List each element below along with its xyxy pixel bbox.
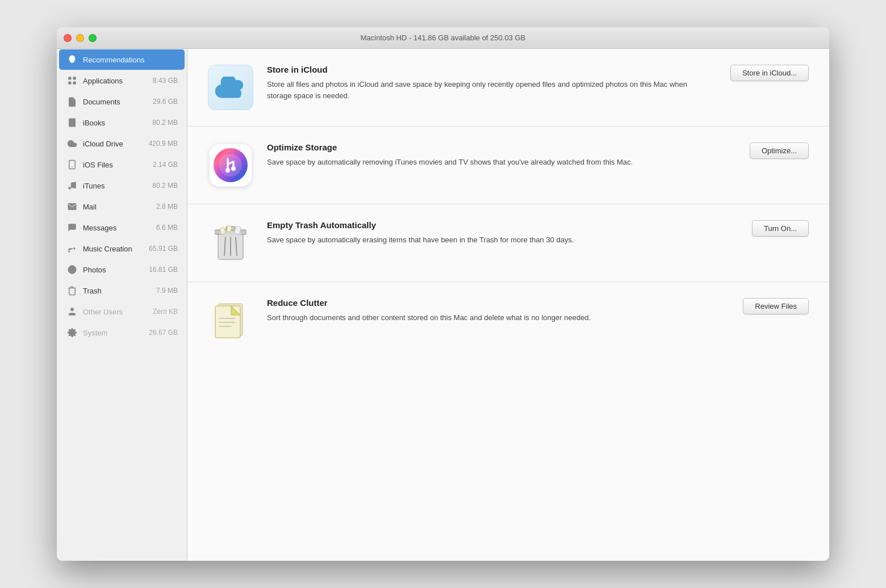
rec-title: Empty Trash Automatically xyxy=(267,220,704,230)
sidebar-item-size: 2.8 MB xyxy=(156,203,178,211)
svg-rect-25 xyxy=(235,226,241,234)
svg-rect-2 xyxy=(73,77,76,79)
book-icon xyxy=(66,116,78,129)
svg-point-9 xyxy=(68,251,70,253)
sidebar-item-size: 26.67 GB xyxy=(149,329,178,337)
sidebar: RecommendationsApplications8.43 GBDocume… xyxy=(57,49,187,561)
maximize-button[interactable] xyxy=(89,34,97,42)
rec-content: Reduce ClutterSort through documents and… xyxy=(267,298,718,324)
phone-icon xyxy=(66,158,78,171)
rec-title: Store in iCloud xyxy=(267,65,704,74)
user-icon xyxy=(66,305,78,318)
sidebar-item-label: iCloud Drive xyxy=(83,140,149,148)
rec-description: Store all files and photos in iCloud and… xyxy=(267,79,704,101)
svg-point-15 xyxy=(225,168,230,173)
sidebar-item-label: iBooks xyxy=(83,119,152,127)
sidebar-item-label: iTunes xyxy=(83,182,152,190)
sidebar-item-size: 80.2 MB xyxy=(152,119,178,127)
mail-icon xyxy=(66,200,78,213)
itunes-icon xyxy=(208,142,253,188)
sidebar-item-size: 8.43 GB xyxy=(153,77,178,85)
rec-description: Save space by automatically erasing item… xyxy=(267,234,704,246)
sidebar-item-size: 7.9 MB xyxy=(156,287,178,295)
sidebar-item-size: 6.6 MB xyxy=(156,224,178,232)
cloud-icon xyxy=(66,137,78,150)
app-window: Macintosh HD - 141.86 GB available of 25… xyxy=(57,27,829,561)
window-controls xyxy=(64,34,97,42)
sidebar-item-label: Music Creation xyxy=(83,245,149,253)
rec-action: Turn On... xyxy=(718,220,809,237)
lightbulb-icon xyxy=(66,53,78,66)
music-icon xyxy=(66,179,78,192)
rec-action: Store in iCloud... xyxy=(718,65,809,81)
trash-icon xyxy=(66,284,78,297)
rec-title: Optimize Storage xyxy=(267,142,704,152)
messages-icon xyxy=(66,221,78,234)
svg-rect-28 xyxy=(215,306,240,338)
icloud-button[interactable]: Store in iCloud... xyxy=(730,65,809,81)
doc-icon xyxy=(66,95,78,108)
document-icon xyxy=(208,298,253,343)
svg-point-11 xyxy=(70,308,74,311)
sidebar-item-icloud-drive[interactable]: iCloud Drive420.9 MB xyxy=(59,133,185,154)
svg-rect-3 xyxy=(68,82,71,85)
sidebar-item-system[interactable]: System26.67 GB xyxy=(59,322,185,343)
sidebar-item-size: 29.6 GB xyxy=(153,98,178,106)
sidebar-item-ios-files[interactable]: iOS Files2.14 GB xyxy=(59,154,185,175)
optimize-button[interactable]: Optimize... xyxy=(750,142,809,159)
apps-icon xyxy=(66,74,78,87)
svg-point-16 xyxy=(231,166,236,171)
trash-icon xyxy=(208,220,253,266)
svg-point-8 xyxy=(73,186,76,189)
sidebar-item-size: Zero KB xyxy=(153,308,178,316)
music-creation-icon xyxy=(66,242,78,255)
icloud-icon xyxy=(208,65,253,110)
rec-description: Save space by automatically removing iTu… xyxy=(267,157,704,168)
sidebar-item-mail[interactable]: Mail2.8 MB xyxy=(59,196,185,217)
sidebar-item-recommendations[interactable]: Recommendations xyxy=(59,49,185,70)
svg-point-14 xyxy=(219,154,242,177)
sidebar-item-size: 16.81 GB xyxy=(149,266,178,274)
rec-content: Optimize StorageSave space by automatica… xyxy=(267,142,718,168)
sidebar-item-label: Messages xyxy=(83,224,156,232)
content-area: RecommendationsApplications8.43 GBDocume… xyxy=(57,49,829,561)
minimize-button[interactable] xyxy=(76,34,84,42)
recommendation-icloud: Store in iCloudStore all files and photo… xyxy=(187,49,829,127)
sidebar-item-label: Mail xyxy=(83,203,156,211)
sidebar-item-applications[interactable]: Applications8.43 GB xyxy=(59,70,185,91)
empty-trash-button[interactable]: Turn On... xyxy=(752,220,809,237)
sidebar-item-label: Trash xyxy=(83,287,156,295)
recommendation-reduce-clutter: Reduce ClutterSort through documents and… xyxy=(187,282,829,359)
sidebar-item-ibooks[interactable]: iBooks80.2 MB xyxy=(59,112,185,133)
rec-title: Reduce Clutter xyxy=(267,298,704,308)
rec-action: Optimize... xyxy=(718,142,809,159)
main-panel: Store in iCloudStore all files and photo… xyxy=(187,49,829,561)
sidebar-item-size: 2.14 GB xyxy=(153,161,178,169)
sidebar-item-trash[interactable]: Trash7.9 MB xyxy=(59,280,185,301)
reduce-clutter-button[interactable]: Review Files xyxy=(743,298,809,314)
rec-content: Empty Trash AutomaticallySave space by a… xyxy=(267,220,718,246)
sidebar-item-size: 80.2 MB xyxy=(152,182,178,190)
sidebar-item-size: 65.91 GB xyxy=(149,245,178,253)
rec-action: Review Files xyxy=(718,298,809,314)
close-button[interactable] xyxy=(64,34,72,42)
sidebar-item-label: Applications xyxy=(83,77,153,85)
window-title: Macintosh HD - 141.86 GB available of 25… xyxy=(361,33,526,42)
sidebar-item-label: Recommendations xyxy=(83,56,178,64)
gear-icon xyxy=(66,326,78,339)
svg-rect-1 xyxy=(68,77,71,79)
sidebar-item-itunes[interactable]: iTunes80.2 MB xyxy=(59,175,185,196)
recommendation-optimize: Optimize StorageSave space by automatica… xyxy=(187,127,829,204)
sidebar-item-music-creation[interactable]: Music Creation65.91 GB xyxy=(59,238,185,259)
sidebar-item-documents[interactable]: Documents29.6 GB xyxy=(59,91,185,112)
svg-rect-4 xyxy=(73,82,76,85)
recommendation-empty-trash: Empty Trash AutomaticallySave space by a… xyxy=(187,204,829,282)
sidebar-item-size: 420.9 MB xyxy=(149,140,178,148)
sidebar-item-photos[interactable]: Photos16.81 GB xyxy=(59,259,185,280)
sidebar-item-other-users[interactable]: Other UsersZero KB xyxy=(59,301,185,322)
sidebar-item-label: Documents xyxy=(83,98,153,106)
rec-description: Sort through documents and other content… xyxy=(267,312,704,324)
sidebar-item-messages[interactable]: Messages6.6 MB xyxy=(59,217,185,238)
photos-icon xyxy=(66,263,78,276)
rec-content: Store in iCloudStore all files and photo… xyxy=(267,65,718,101)
